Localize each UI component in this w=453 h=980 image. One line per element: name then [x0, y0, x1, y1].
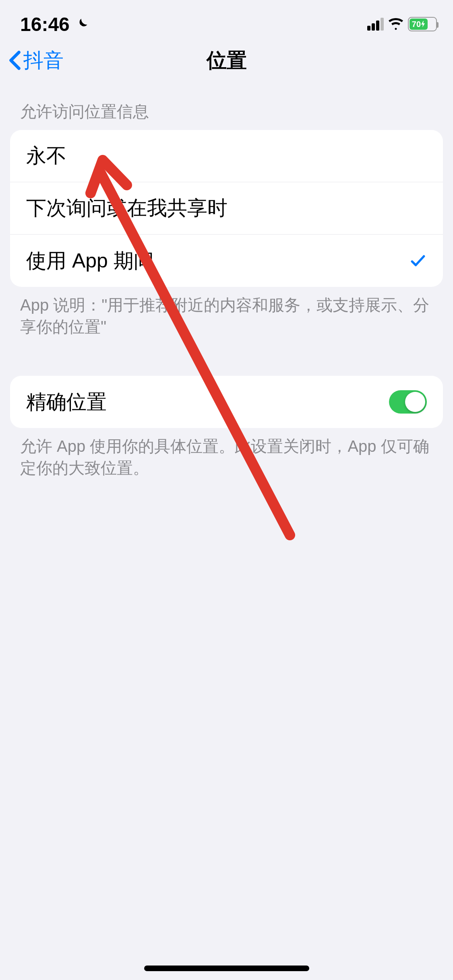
wifi-icon — [388, 16, 404, 32]
battery-percentage: 70 — [412, 20, 421, 29]
option-label: 永不 — [26, 142, 66, 169]
battery-icon: 70 — [408, 17, 437, 31]
status-time: 16:46 — [20, 13, 70, 35]
precise-location-label: 精确位置 — [26, 389, 107, 416]
option-ask-next-time[interactable]: 下次询问或在我共享时 — [10, 182, 443, 235]
option-never[interactable]: 永不 — [10, 130, 443, 182]
back-label: 抖音 — [23, 47, 64, 74]
section-header-location-access: 允许访问位置信息 — [0, 80, 453, 130]
page-title: 位置 — [207, 47, 247, 74]
precise-location-group: 精确位置 — [10, 376, 443, 428]
precise-location-toggle[interactable] — [389, 390, 427, 414]
home-indicator[interactable] — [144, 966, 309, 971]
status-left: 16:46 — [20, 13, 89, 35]
option-label: 使用 App 期间 — [26, 247, 154, 274]
back-button[interactable]: 抖音 — [9, 47, 64, 74]
precise-location-row[interactable]: 精确位置 — [10, 376, 443, 428]
checkmark-icon — [409, 252, 427, 270]
chevron-left-icon — [9, 50, 21, 70]
status-right: 70 — [367, 16, 437, 32]
section-footer-app-explanation: App 说明："用于推荐附近的内容和服务，或支持展示、分享你的位置" — [0, 287, 453, 338]
option-label: 下次询问或在我共享时 — [26, 195, 228, 222]
location-access-options: 永不 下次询问或在我共享时 使用 App 期间 — [10, 130, 443, 287]
cellular-signal-icon — [367, 18, 384, 31]
nav-bar: 抖音 位置 — [0, 40, 453, 80]
status-bar: 16:46 70 — [0, 0, 453, 40]
do-not-disturb-icon — [74, 17, 89, 31]
section-footer-precise: 允许 App 使用你的具体位置。此设置关闭时，App 仅可确定你的大致位置。 — [0, 428, 453, 479]
option-while-using[interactable]: 使用 App 期间 — [10, 235, 443, 287]
